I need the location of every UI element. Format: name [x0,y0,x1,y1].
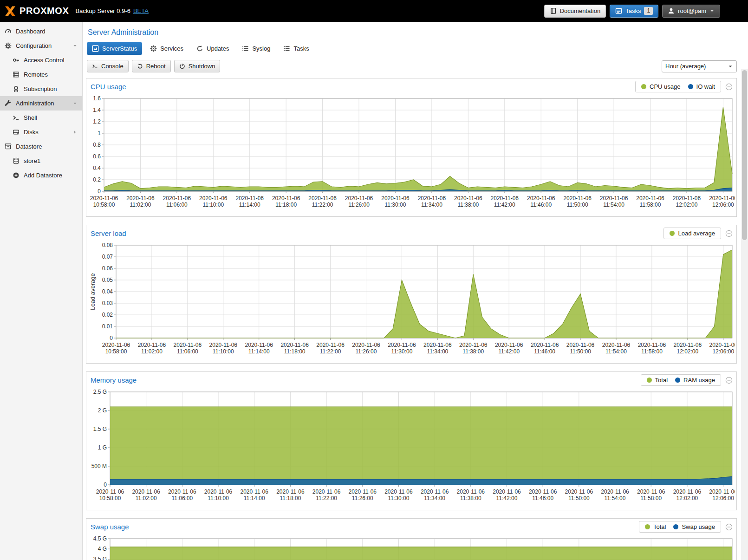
ribbon-icon [13,85,20,92]
sidebar-item-dashboard[interactable]: Dashboard [0,24,82,39]
panel-swap-usage: Swap usageTotalSwap usage0500 M1 G1.5 G2… [86,518,737,560]
sidebar-item-label: Disks [24,129,39,136]
tab-updates[interactable]: Updates [191,42,234,55]
sidebar-item-store1[interactable]: store1 [0,154,82,168]
beta-link[interactable]: BETA [133,7,149,14]
sidebar-item-datastore[interactable]: Datastore [0,139,82,154]
svg-text:1 G: 1 G [98,444,107,451]
svg-text:11:38:00: 11:38:00 [462,348,484,355]
svg-text:11:18:00: 11:18:00 [280,495,301,501]
collapse-panel-icon[interactable] [725,230,733,237]
gear-icon [150,45,157,52]
documentation-button[interactable]: Documentation [544,5,606,18]
svg-text:11:06:00: 11:06:00 [171,495,193,501]
svg-text:2020-11-06: 2020-11-06 [527,195,555,202]
svg-text:2 G: 2 G [98,407,107,414]
svg-text:11:14:00: 11:14:00 [248,348,270,355]
svg-text:0.08: 0.08 [102,242,113,248]
svg-text:11:10:00: 11:10:00 [213,348,234,355]
legend-item-io-wait: IO wait [688,83,715,90]
legend-dot-icon [673,524,678,529]
panel-header: Memory usageTotalRAM usage [86,372,736,388]
svg-text:2020-11-06: 2020-11-06 [418,195,446,202]
reboot-icon [137,63,143,69]
collapse-panel-icon[interactable] [725,83,733,91]
panels: CPU usageCPU usageIO wait00.20.40.60.811… [86,78,737,560]
svg-text:11:26:00: 11:26:00 [348,202,370,208]
tab-label: Syslog [252,45,270,52]
shutdown-button[interactable]: Shutdown [174,60,221,72]
svg-text:2020-11-06: 2020-11-06 [316,342,345,348]
tasks-button[interactable]: Tasks 1 [610,5,658,18]
svg-text:2020-11-06: 2020-11-06 [132,488,160,495]
svg-text:2020-11-06: 2020-11-06 [276,488,305,495]
svg-text:1.4: 1.4 [93,107,101,113]
timeframe-select[interactable]: Hour (average) [662,60,737,72]
sidebar-item-disks[interactable]: Disks [0,125,82,139]
svg-text:2020-11-06: 2020-11-06 [637,488,665,495]
svg-text:11:54:00: 11:54:00 [605,348,627,355]
svg-text:2020-11-06: 2020-11-06 [138,342,166,348]
sidebar-item-shell[interactable]: Shell [0,111,82,125]
svg-text:11:30:00: 11:30:00 [388,495,410,501]
collapse-panel-icon[interactable] [725,523,733,531]
sidebar-item-subscription[interactable]: Subscription [0,82,82,96]
tab-label: Services [160,45,183,52]
box-icon [5,143,13,150]
user-menu-button[interactable]: root@pam [662,5,720,18]
app: { "header": { "brand": "PROXMOX", "produ… [0,0,748,560]
sidebar-item-access-control[interactable]: Access Control [0,53,82,67]
svg-text:0.03: 0.03 [102,300,113,306]
svg-text:2020-11-06: 2020-11-06 [421,488,449,495]
tab-tasks[interactable]: Tasks [278,42,314,55]
svg-text:0.01: 0.01 [102,323,113,330]
caret-down-icon [72,101,78,106]
svg-text:2020-11-06: 2020-11-06 [126,195,155,202]
tab-services[interactable]: Services [145,42,189,55]
gauge-icon [5,28,13,35]
svg-text:11:02:00: 11:02:00 [141,348,163,355]
panel-header: CPU usageCPU usageIO wait [86,78,736,95]
sidebar-item-remotes[interactable]: Remotes [0,67,82,82]
tab-serverstatus[interactable]: ServerStatus [87,42,142,55]
svg-text:12:02:00: 12:02:00 [676,202,698,208]
svg-text:4.5 G: 4.5 G [93,536,107,542]
svg-text:11:38:00: 11:38:00 [460,495,481,501]
svg-text:11:06:00: 11:06:00 [166,202,188,208]
sidebar-item-label: Configuration [16,42,52,49]
console-button[interactable]: Console [87,60,129,72]
legend-dot-icon [647,378,652,383]
svg-text:2020-11-06: 2020-11-06 [90,195,118,202]
sidebar-item-label: Shell [24,114,37,121]
svg-text:11:46:00: 11:46:00 [534,348,555,355]
disk-icon [13,129,20,136]
sidebar-item-configuration[interactable]: Configuration [0,39,82,53]
scrollbar[interactable] [741,69,748,560]
sidebar-item-add-datastore[interactable]: Add Datastore [0,168,82,182]
svg-text:4 G: 4 G [98,546,107,552]
svg-text:11:14:00: 11:14:00 [244,495,265,501]
tab-syslog[interactable]: Syslog [237,42,275,55]
panel-header: Server loadLoad average [86,225,736,241]
reboot-button[interactable]: Reboot [132,60,171,72]
svg-text:1: 1 [98,130,101,137]
svg-text:2020-11-06: 2020-11-06 [709,195,735,202]
sidebar-item-administration[interactable]: Administration [0,96,82,111]
collapse-panel-icon[interactable] [725,377,733,384]
svg-text:11:30:00: 11:30:00 [385,202,406,208]
svg-text:12:02:00: 12:02:00 [676,495,698,501]
terminal-icon [92,63,98,69]
sidebar-item-label: Dashboard [16,28,46,35]
svg-text:2020-11-06: 2020-11-06 [454,195,482,202]
svg-text:2020-11-06: 2020-11-06 [563,195,592,202]
chart-legend: CPU usageIO wait [635,81,721,92]
scrollbar-thumb[interactable] [742,70,747,240]
svg-text:Load average: Load average [89,273,96,310]
svg-text:2020-11-06: 2020-11-06 [168,488,196,495]
legend-dot-icon [645,524,650,529]
svg-text:11:18:00: 11:18:00 [275,202,297,208]
sidebar: DashboardConfigurationAccess ControlRemo… [0,22,83,560]
legend-dot-icon [641,84,646,89]
svg-text:12:06:00: 12:06:00 [712,202,734,208]
svg-text:2020-11-06: 2020-11-06 [245,342,273,348]
